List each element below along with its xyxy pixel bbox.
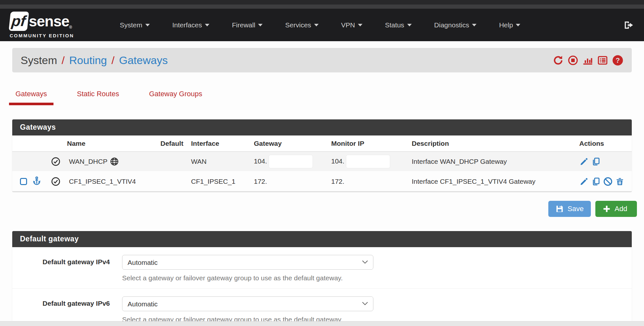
add-button-label: Add xyxy=(615,205,627,213)
nav-item-interfaces[interactable]: Interfaces xyxy=(172,21,209,29)
breadcrumb: System / Routing / Gateways xyxy=(21,54,168,67)
edit-icon[interactable] xyxy=(579,157,589,166)
breadcrumb-separator: / xyxy=(111,54,114,67)
window-sub-bar xyxy=(0,5,644,9)
table-row-wan-dhcp: WAN_DHCP WAN 104. 104. Interface WAN_DHC… xyxy=(12,152,632,172)
monitor-ip: 104. xyxy=(331,157,344,165)
nav-menu: System Interfaces Firewall Services VPN … xyxy=(120,21,623,29)
help-icon[interactable]: ? xyxy=(612,55,623,66)
list-icon[interactable] xyxy=(597,55,608,66)
default-gateway-panel: Default gateway Default gateway IPv4 Aut… xyxy=(12,231,632,326)
logo-pf: pf xyxy=(9,12,29,31)
bar-chart-icon[interactable] xyxy=(582,55,593,66)
stop-circle-icon[interactable] xyxy=(568,55,578,66)
tab-gateway-groups[interactable]: Gateway Groups xyxy=(146,86,206,105)
copy-icon[interactable] xyxy=(591,157,601,166)
default-flag xyxy=(160,172,191,191)
form-row-ipv4: Default gateway IPv4 Automatic Select a … xyxy=(12,247,632,288)
pfsense-logo[interactable]: pf sense ® COMMUNITY EDITION xyxy=(10,12,74,38)
nav-item-diagnostics[interactable]: Diagnostics xyxy=(434,21,477,29)
ipv4-help-text: Select a gateway or failover gateway gro… xyxy=(122,274,373,282)
gateway-interface: WAN xyxy=(191,152,254,172)
breadcrumb-routing-link[interactable]: Routing xyxy=(69,54,107,67)
gateway-address: 104. xyxy=(254,157,267,165)
breadcrumb-system: System xyxy=(21,54,57,67)
sign-out-icon[interactable] xyxy=(623,20,634,31)
save-button[interactable]: Save xyxy=(548,201,591,217)
routing-tabs: Gateways Static Routes Gateway Groups xyxy=(12,86,632,105)
gateways-panel: Gateways Name Default Interface Gateway … xyxy=(12,119,632,192)
check-circle-icon xyxy=(51,177,67,186)
default-gateway-ipv4-label: Default gateway IPv4 xyxy=(12,255,110,282)
gateway-interface: CF1_IPSEC_1 xyxy=(191,172,254,191)
default-gateway-panel-title: Default gateway xyxy=(12,231,632,247)
breadcrumb-actions: ? xyxy=(553,55,623,66)
column-header-monitor-ip: Monitor IP xyxy=(331,135,412,152)
page-bottom-strip xyxy=(0,321,644,326)
logo-edition: COMMUNITY EDITION xyxy=(10,33,74,38)
check-circle-icon xyxy=(51,157,67,166)
delete-icon[interactable] xyxy=(615,177,625,186)
redaction-box xyxy=(269,155,312,168)
gateway-name: WAN_DHCP xyxy=(69,158,107,165)
default-flag xyxy=(160,152,191,172)
form-row-ipv6: Default gateway IPv6 Automatic Select a … xyxy=(12,288,632,326)
redaction-box xyxy=(346,155,390,168)
caret-down-icon xyxy=(314,24,319,26)
globe-icon xyxy=(110,157,119,166)
nav-item-status[interactable]: Status xyxy=(385,21,412,29)
default-gateway-ipv6-label: Default gateway IPv6 xyxy=(12,296,110,323)
column-header-gateway: Gateway xyxy=(254,135,331,152)
svg-text:?: ? xyxy=(616,56,620,64)
refresh-icon[interactable] xyxy=(553,55,563,66)
table-row-cf1-ipsec: CF1_IPSEC_1_VTIV4 CF1_IPSEC_1 172. 172. … xyxy=(12,172,632,191)
nav-item-firewall[interactable]: Firewall xyxy=(232,21,263,29)
default-gateway-ipv6-select[interactable]: Automatic xyxy=(122,296,373,311)
row-checkbox[interactable] xyxy=(20,178,27,185)
add-button[interactable]: Add xyxy=(595,201,637,217)
default-gateway-ipv4-select[interactable]: Automatic xyxy=(122,255,373,270)
column-header-description: Description xyxy=(412,135,579,152)
breadcrumb-gateways-link[interactable]: Gateways xyxy=(119,54,168,67)
caret-down-icon xyxy=(145,24,150,26)
caret-down-icon xyxy=(358,24,362,26)
edit-icon[interactable] xyxy=(579,177,589,186)
logo-registered-mark: ® xyxy=(69,25,72,30)
column-header-default: Default xyxy=(160,135,191,152)
anchor-icon[interactable] xyxy=(32,176,42,187)
column-header-actions: Actions xyxy=(579,135,632,152)
caret-down-icon xyxy=(407,24,412,26)
gateways-button-row: Save Add xyxy=(12,201,632,217)
save-icon xyxy=(555,205,564,213)
gateway-description: Interface WAN_DHCP Gateway xyxy=(412,152,579,172)
gateway-description: Interface CF1_IPSEC_1_VTIV4 Gateway xyxy=(412,172,579,191)
tab-gateways[interactable]: Gateways xyxy=(12,86,50,105)
caret-down-icon xyxy=(258,24,263,26)
nav-item-vpn[interactable]: VPN xyxy=(341,21,362,29)
breadcrumb-separator: / xyxy=(62,54,64,67)
main-navbar: pf sense ® COMMUNITY EDITION System Inte… xyxy=(0,9,644,41)
window-top-bar xyxy=(0,0,644,5)
caret-down-icon xyxy=(516,24,520,26)
copy-icon[interactable] xyxy=(591,177,601,186)
disable-icon[interactable] xyxy=(603,177,613,186)
save-button-label: Save xyxy=(568,205,584,213)
tab-static-routes[interactable]: Static Routes xyxy=(74,86,122,105)
caret-down-icon xyxy=(472,24,476,26)
nav-item-system[interactable]: System xyxy=(120,21,150,29)
monitor-ip: 172. xyxy=(331,178,344,185)
gateway-address: 172. xyxy=(254,178,267,185)
nav-item-help[interactable]: Help xyxy=(499,21,520,29)
plus-icon xyxy=(602,205,611,213)
breadcrumb-bar: System / Routing / Gateways xyxy=(12,48,632,72)
gateways-panel-title: Gateways xyxy=(12,119,632,135)
logo-sense: sense xyxy=(29,13,69,30)
column-header-interface: Interface xyxy=(191,135,254,152)
nav-item-services[interactable]: Services xyxy=(285,21,319,29)
column-header-name: Name xyxy=(67,135,160,152)
caret-down-icon xyxy=(205,24,209,26)
gateway-name: CF1_IPSEC_1_VTIV4 xyxy=(69,178,136,185)
gateways-table: Name Default Interface Gateway Monitor I… xyxy=(12,135,632,192)
